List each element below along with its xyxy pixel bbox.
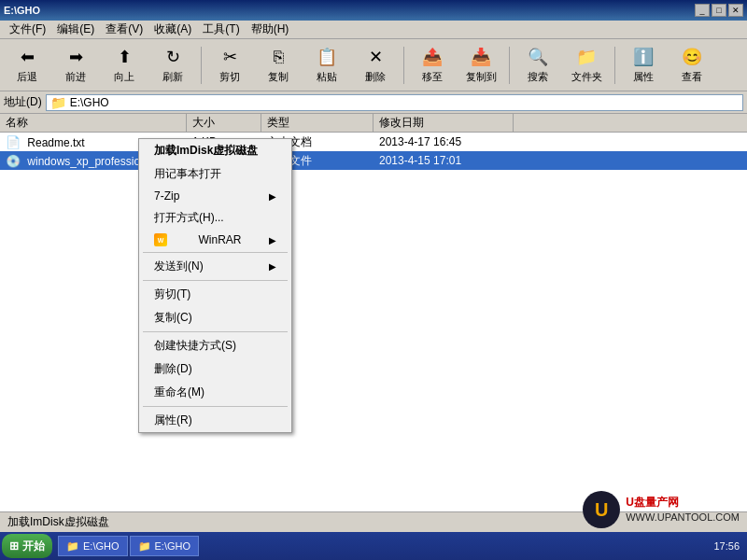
address-path: E:\GHO [70,96,109,109]
start-icon: ⊞ [9,539,19,553]
ctx-imdisk[interactable]: 加载ImDisk虚拟磁盘 [139,139,291,162]
menu-file[interactable]: 文件(F) [4,20,51,39]
view-icon: 😊 [681,46,703,68]
file-icon-iso: 💿 [6,154,21,168]
ctx-delete[interactable]: 删除(D) [139,357,291,381]
file-list-header: 名称 大小 类型 修改日期 [0,114,747,133]
taskbar-item-2-icon: 📁 [138,540,151,553]
paste-icon: 📋 [316,46,338,68]
toolbar-sep-3 [509,47,510,84]
menu-edit[interactable]: 编辑(E) [51,20,100,39]
ctx-7zip[interactable]: 7-Zip ▶ [139,186,291,206]
menu-tools[interactable]: 工具(T) [197,20,245,39]
watermark: U U盘量产网 WWW.UPANTOOL.COM [583,491,740,528]
taskbar-items: 📁 E:\GHO 📁 E:\GHO [54,536,706,556]
ctx-notepad[interactable]: 用记事本打开 [139,162,291,186]
taskbar-item-1-icon: 📁 [66,540,79,553]
copyto-button[interactable]: 📥 复制到 [458,42,504,89]
ctx-send-to[interactable]: 发送到(N) ▶ [139,255,291,278]
copyto-icon: 📥 [470,46,492,68]
delete-icon: ✕ [364,46,387,68]
forward-icon: ➡ [64,46,87,68]
ctx-sep-3 [143,331,288,332]
ctx-cut[interactable]: 剪切(T) [139,283,291,306]
ctx-copy[interactable]: 复制(C) [139,306,291,329]
properties-icon: ℹ️ [632,46,655,68]
main-content: 名称 大小 类型 修改日期 📄 Readme.txt 1 KB 文本文档 201… [0,114,747,532]
ctx-open-with[interactable]: 打开方式(H)... [139,206,291,230]
ctx-sep-2 [143,280,288,281]
taskbar-tray: 17:56 [706,540,747,552]
clock: 17:56 [713,540,740,552]
file-icon-txt: 📄 [6,135,21,149]
back-button[interactable]: ⬅ 后退 [4,42,50,89]
menu-favorites[interactable]: 收藏(A) [148,20,197,39]
copy-icon: ⎘ [267,46,289,68]
ctx-7zip-arrow: ▶ [269,191,276,202]
window-title: E:\GHO [4,5,40,16]
toolbar-sep-2 [403,47,404,84]
delete-button[interactable]: ✕ 删除 [352,42,399,89]
copy-button[interactable]: ⎘ 复制 [255,42,302,89]
ctx-sep-1 [143,252,288,253]
address-input[interactable]: 📁 E:\GHO [46,94,743,111]
ctx-winrar-arrow: ▶ [269,235,276,245]
watermark-url: WWW.UPANTOOL.COM [626,511,740,525]
column-header-date[interactable]: 修改日期 [374,114,514,132]
search-button[interactable]: 🔍 搜索 [514,42,561,89]
winrar-logo-icon: W [154,233,167,246]
move-icon: 📤 [421,46,444,68]
column-header-size[interactable]: 大小 [187,114,261,132]
winrar-logo: W [154,233,171,246]
paste-button[interactable]: 📋 粘贴 [303,42,350,89]
forward-button[interactable]: ➡ 前进 [52,42,99,89]
address-label: 地址(D) [4,94,42,110]
file-row-readme[interactable]: 📄 Readme.txt 1 KB 文本文档 2013-4-17 16:45 [0,133,747,151]
toolbar: ⬅ 后退 ➡ 前进 ⬆ 向上 ↻ 刷新 ✂ 剪切 ⎘ 复制 📋 粘贴 ✕ 删除 … [0,39,747,91]
file-row-gho[interactable]: 💿 windows_xp_professional.gho 615 MB ISO… [0,151,747,170]
cut-button[interactable]: ✂ 剪切 [206,42,253,89]
file-date-gho: 2013-4-15 17:01 [374,154,514,167]
close-button[interactable]: ✕ [728,4,743,17]
folder-button[interactable]: 📁 文件夹 [563,42,610,89]
up-icon: ⬆ [113,46,135,68]
refresh-icon: ↻ [162,46,184,68]
title-bar-buttons: _ □ ✕ [695,4,743,17]
menu-help[interactable]: 帮助(H) [246,20,295,39]
refresh-button[interactable]: ↻ 刷新 [149,42,196,89]
start-button[interactable]: ⊞ 开始 [2,534,52,558]
minimize-button[interactable]: _ [695,4,710,17]
properties-button[interactable]: ℹ️ 属性 [620,42,667,89]
ctx-create-shortcut[interactable]: 创建快捷方式(S) [139,334,291,357]
context-menu: 加载ImDisk虚拟磁盘 用记事本打开 7-Zip ▶ 打开方式(H)... W… [138,138,292,433]
search-icon: 🔍 [527,46,549,68]
ctx-sep-4 [143,406,288,407]
ctx-sendto-arrow: ▶ [269,261,276,272]
address-folder-icon: 📁 [50,95,66,110]
view-button[interactable]: 😊 查看 [669,42,715,89]
menu-bar: 文件(F) 编辑(E) 查看(V) 收藏(A) 工具(T) 帮助(H) [0,21,747,39]
maximize-button[interactable]: □ [712,4,726,17]
folder-icon: 📁 [575,46,598,68]
file-date-readme: 2013-4-17 16:45 [374,135,514,148]
taskbar-item-1[interactable]: 📁 E:\GHO [58,536,128,556]
toolbar-sep-1 [201,47,202,84]
column-header-name[interactable]: 名称 [0,114,187,132]
taskbar-item-2[interactable]: 📁 E:\GHO [130,536,200,556]
title-bar: E:\GHO _ □ ✕ [0,0,747,21]
address-bar: 地址(D) 📁 E:\GHO [0,91,747,114]
menu-view[interactable]: 查看(V) [100,20,148,39]
up-button[interactable]: ⬆ 向上 [101,42,148,89]
back-icon: ⬅ [16,46,38,68]
file-list: 名称 大小 类型 修改日期 📄 Readme.txt 1 KB 文本文档 201… [0,114,747,532]
move-button[interactable]: 📤 移至 [409,42,456,89]
watermark-logo: U [583,491,620,528]
watermark-text: U盘量产网 WWW.UPANTOOL.COM [626,495,740,525]
ctx-properties[interactable]: 属性(R) [139,409,291,432]
ctx-winrar[interactable]: W WinRAR ▶ [139,230,291,250]
ctx-rename[interactable]: 重命名(M) [139,381,291,404]
column-header-type[interactable]: 类型 [261,114,374,132]
cut-icon: ✂ [218,46,241,68]
watermark-brand: U盘量产网 [626,495,740,511]
taskbar: ⊞ 开始 📁 E:\GHO 📁 E:\GHO 17:56 [0,532,747,560]
